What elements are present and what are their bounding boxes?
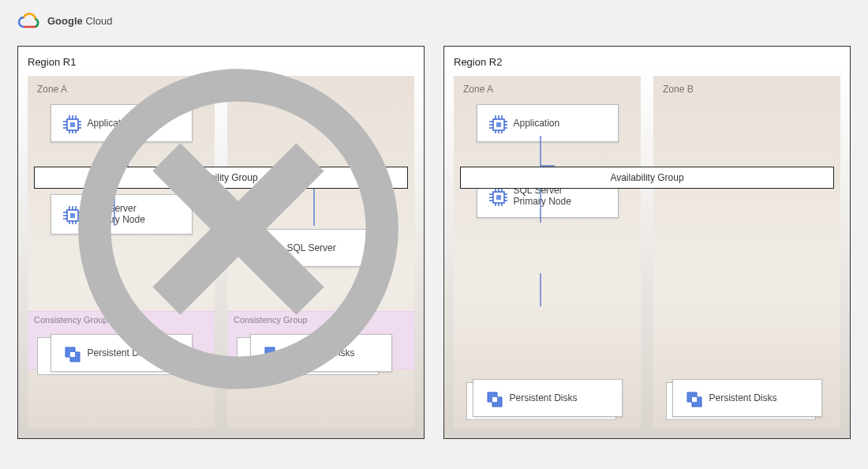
availability-group-r1-label: Availability Group xyxy=(184,172,257,183)
compute-engine-icon xyxy=(61,113,81,133)
consistency-group-r1b-label: Consistency Group xyxy=(234,315,408,325)
region-r2: Region R2 Availability Group Zone A Appl… xyxy=(443,46,851,439)
r1-zone-a-title: Zone A xyxy=(37,84,205,95)
persistent-disks-r2a-label: Persistent Disks xyxy=(510,392,578,403)
persistent-disk-icon xyxy=(683,388,703,408)
persistent-disks-r1b-label: Persistent Disks xyxy=(287,347,355,358)
r1-zone-b-title: Zone B xyxy=(237,84,405,95)
diagram-canvas: Region R1 Availability Group Zone A Appl… xyxy=(17,46,851,439)
persistent-disk-icon xyxy=(483,388,503,408)
persistent-disks-r1a: Persistent Disks xyxy=(51,334,193,372)
r2-zone-b: Zone B Persistent Disks xyxy=(653,76,840,428)
application-node-r1a-label: Application xyxy=(88,118,134,129)
sql-server-r1b: SQL Server xyxy=(250,229,392,267)
r2-zone-b-title: Zone B xyxy=(663,84,831,95)
availability-group-r2: Availability Group xyxy=(460,167,834,189)
persistent-disks-r1b: Persistent Disks xyxy=(250,334,392,372)
persistent-disks-r2a: Persistent Disks xyxy=(473,379,623,417)
persistent-disks-r2b: Persistent Disks xyxy=(672,379,822,417)
compute-engine-icon xyxy=(61,204,81,224)
region-r2-title: Region R2 xyxy=(454,56,840,68)
consistency-group-r1a: Consistency Group Persistent Disks xyxy=(28,311,215,370)
persistent-disks-r2b-label: Persistent Disks xyxy=(709,392,777,403)
r2-zone-a-title: Zone A xyxy=(463,84,631,95)
region-r1-title: Region R1 xyxy=(28,56,414,68)
arrow-r1a-ag-to-sql xyxy=(107,186,122,234)
application-node-r2a-label: Application xyxy=(514,118,560,129)
arrow-r2a-sql-to-pd xyxy=(533,273,548,314)
brand-text: Google Cloud xyxy=(47,15,112,27)
header: Google Cloud xyxy=(17,11,851,30)
arrow-r2a-ag-to-sql xyxy=(533,186,548,231)
availability-group-r2-label: Availability Group xyxy=(610,172,683,183)
persistent-disks-r1a-label: Persistent Disks xyxy=(88,347,155,358)
sql-server-r1b-label: SQL Server xyxy=(287,242,336,253)
r1-zone-b: Zone B SQL Server Consistency Group xyxy=(227,76,414,428)
consistency-group-r1a-label: Consistency Group xyxy=(34,315,208,325)
availability-group-r1: Availability Group xyxy=(34,167,408,189)
persistent-disk-icon xyxy=(61,343,81,363)
persistent-disk-icon xyxy=(260,343,281,363)
compute-engine-icon xyxy=(260,238,281,258)
r1-zone-a: Zone A Application SQL Server Primary No… xyxy=(28,76,215,428)
r2-zone-a: Zone A Application SQL Server Primary No… xyxy=(454,76,641,428)
consistency-group-r1b: Consistency Group Persistent Disks xyxy=(227,311,414,370)
compute-engine-icon xyxy=(487,113,507,133)
region-r1: Region R1 Availability Group Zone A Appl… xyxy=(17,46,425,439)
google-cloud-logo-icon xyxy=(17,11,41,30)
arrow-r1b-ag-to-sql xyxy=(306,186,322,234)
